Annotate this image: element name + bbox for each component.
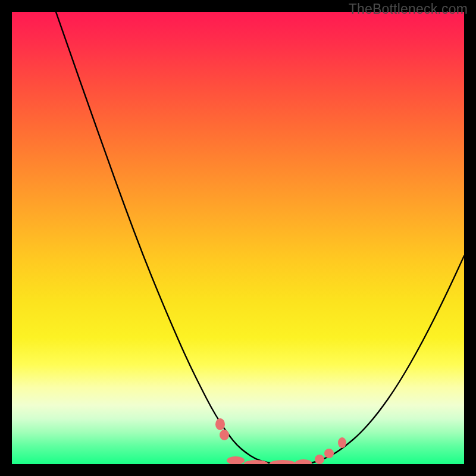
data-marker bbox=[220, 430, 229, 440]
data-marker bbox=[270, 460, 296, 464]
chart-svg bbox=[12, 12, 464, 464]
chart-frame: TheBottleneck.com bbox=[0, 0, 476, 476]
data-marker bbox=[315, 455, 324, 464]
data-marker bbox=[338, 437, 346, 448]
data-marker bbox=[295, 459, 312, 464]
data-marker bbox=[244, 460, 268, 464]
data-marker bbox=[324, 449, 334, 458]
data-markers bbox=[215, 418, 346, 464]
plot-area bbox=[12, 12, 464, 464]
bottleneck-curve bbox=[56, 12, 464, 464]
watermark-text: TheBottleneck.com bbox=[349, 1, 468, 17]
data-marker bbox=[227, 456, 245, 464]
data-marker bbox=[215, 418, 225, 430]
